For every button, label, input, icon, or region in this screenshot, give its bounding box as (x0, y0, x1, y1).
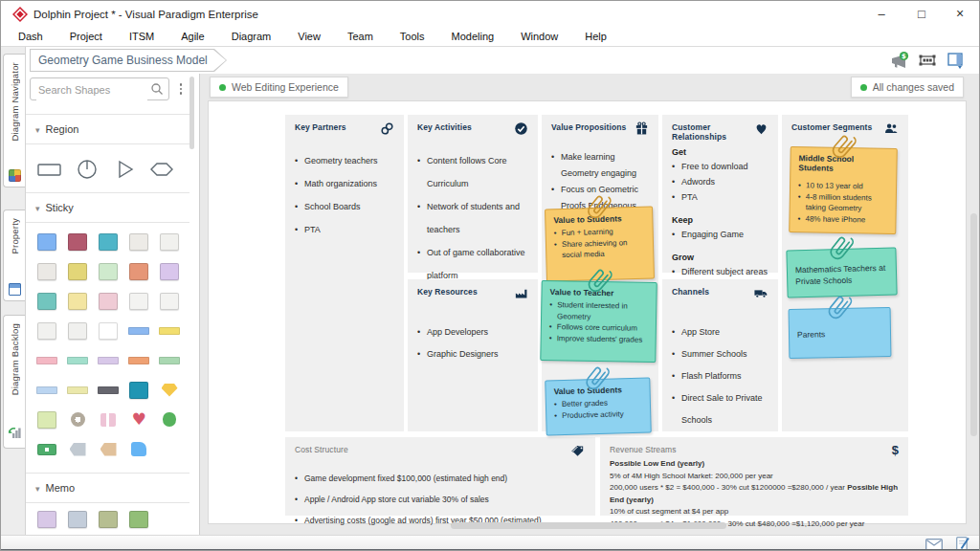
palette-section-memo[interactable]: Memo (26, 473, 189, 503)
diagram-tab[interactable]: Geometry Game Business Model (30, 49, 227, 72)
section-cost-structure[interactable]: Cost Structure •Game development fixed $… (285, 437, 595, 516)
visual-paradigm-logo-icon (12, 7, 28, 22)
cash-green-tool[interactable] (32, 434, 62, 464)
horizontal-scrollbar[interactable] (451, 522, 726, 529)
menu-window[interactable]: Window (507, 28, 571, 46)
sticky-note-value-to-students-2[interactable]: Value to Students •Better grades•Product… (545, 378, 651, 436)
close-button[interactable]: × (943, 1, 977, 28)
fit-frame-icon[interactable] (917, 50, 938, 71)
memo-green-tool[interactable] (123, 504, 154, 534)
sticky-skew-gray-tool[interactable] (62, 316, 93, 345)
tape-lavender-tool[interactable] (93, 345, 123, 375)
sticky-lavender-header-tool[interactable] (154, 256, 185, 286)
diagram-canvas[interactable]: Web Editing Experience All changes saved… (200, 74, 980, 535)
sticky-white-tool[interactable] (93, 316, 123, 345)
banner-blue-tool[interactable] (123, 316, 154, 345)
tape-orange-tool[interactable] (123, 345, 154, 375)
rectangle-shape-tool[interactable] (35, 156, 64, 183)
sticky-pink-pinned-icon (99, 293, 118, 310)
memo-olive-tool[interactable] (93, 504, 123, 534)
tape-teal-tool[interactable] (62, 345, 93, 375)
tape-pink-tool[interactable] (32, 345, 62, 375)
sticky-pink-pinned-tool[interactable] (93, 286, 123, 316)
sticky-blue-icon (37, 233, 56, 251)
palette-section-sticky[interactable]: Sticky (26, 192, 189, 223)
sticky-mint-icon (99, 263, 118, 280)
sticky-note-parents[interactable]: Parents (789, 307, 892, 359)
business-model-canvas-page[interactable]: Key Partners •Geometry teachers•Math org… (208, 100, 967, 524)
sticky-note-middle-school-students[interactable]: Middle School Students •10 to 13 year ol… (789, 146, 898, 234)
menu-dash[interactable]: Dash (5, 28, 56, 46)
section-key-resources[interactable]: Key Resources •App Developers•Graphic De… (408, 279, 538, 431)
tag-tan-tool[interactable] (93, 434, 123, 464)
menu-itsm[interactable]: ITSM (116, 28, 167, 46)
menu-team[interactable]: Team (334, 28, 387, 46)
menu-view[interactable]: View (284, 28, 334, 46)
section-channels[interactable]: Channels •App Store•Summer Schools•Flash… (662, 279, 778, 431)
tape-light-blue-tool[interactable] (32, 375, 62, 405)
menu-tools[interactable]: Tools (387, 28, 438, 46)
gift-pink-tool[interactable] (93, 405, 123, 434)
gear-taupe-tool[interactable] (62, 405, 93, 434)
tape-green-tool[interactable] (154, 345, 185, 375)
menu-help[interactable]: Help (571, 28, 620, 46)
sticky-gray-tool[interactable] (123, 227, 154, 256)
heart-red-tool[interactable]: ♥ (123, 405, 154, 434)
tape-yellow-tool[interactable] (62, 375, 93, 405)
sticky-pinned-gray-tool[interactable] (32, 256, 62, 286)
sticky-yellow-grid-tool[interactable] (62, 256, 93, 286)
sticky-salmon-tool[interactable] (123, 256, 154, 286)
bullet-item: •School Boards (295, 195, 394, 218)
tab-diagram-navigator[interactable]: Diagram Navigator (3, 54, 25, 187)
thumbs-up-blue-tool[interactable] (123, 434, 154, 464)
gem-yellow-tool[interactable] (154, 375, 185, 405)
search-shapes-input[interactable] (36, 79, 147, 100)
sticky-burgundy-tool[interactable] (62, 227, 93, 256)
menu-diagram[interactable]: Diagram (218, 28, 285, 46)
sticky-pale-yellow-tool[interactable] (62, 286, 93, 316)
tab-diagram-backlog[interactable]: Diagram Backlog (3, 315, 25, 449)
menu-agile[interactable]: Agile (167, 28, 217, 46)
sticky-teal-tool[interactable] (93, 227, 123, 256)
sticky-teal-tilted-tool[interactable] (32, 286, 62, 316)
bullet-item: •App Developers (417, 321, 528, 343)
vertical-scrollbar[interactable] (970, 213, 977, 436)
sticky-gray-folded-tool[interactable] (154, 227, 185, 256)
heptagon-shape-tool[interactable] (147, 156, 176, 183)
section-key-partners[interactable]: Key Partners •Geometry teachers•Math org… (285, 115, 404, 431)
gauge-shape-tool[interactable] (73, 156, 101, 183)
layout-panel-icon[interactable] (945, 50, 966, 71)
banner-yellow-tool[interactable] (154, 316, 185, 345)
maximize-button[interactable]: □ (904, 1, 939, 28)
sticky-blue-tool[interactable] (32, 227, 62, 256)
moneybag-green-tool[interactable] (154, 405, 185, 434)
sticky-mint-tool[interactable] (93, 256, 123, 286)
share-feedback-icon[interactable]: $ (889, 50, 910, 71)
section-customer-relationships[interactable]: Customer Relationships Get•Free to downl… (662, 115, 778, 273)
sidebar-scrollbar[interactable] (189, 77, 194, 149)
changes-saved-badge: All changes saved (851, 77, 964, 98)
section-key-activities[interactable]: Key Activities •Content follows Core Cur… (408, 115, 538, 273)
menu-project[interactable]: Project (56, 28, 116, 46)
menu-modeling[interactable]: Modeling (438, 28, 508, 46)
tags-icon (571, 444, 586, 462)
sticky-note-value-to-teacher[interactable]: Value to Teacher •Student interested in … (540, 280, 657, 363)
sticky-flag-gray-tool[interactable] (32, 316, 62, 345)
tape-orange-icon (128, 357, 149, 364)
memo-lavender-tool[interactable] (32, 504, 62, 534)
palette-menu-icon[interactable] (175, 79, 187, 99)
block-teal-tool[interactable] (123, 375, 154, 405)
diagram-backlog-icon (8, 426, 21, 443)
note-light-green-tool[interactable] (32, 405, 62, 434)
palette-section-region[interactable]: Region (26, 114, 189, 144)
section-revenue-streams[interactable]: Revenue Streams $ Possible Low End (year… (600, 437, 908, 516)
sticky-ghost-2-tool[interactable] (154, 286, 185, 316)
triangle-shape-tool[interactable] (110, 156, 139, 183)
tape-dark-tool[interactable] (93, 375, 123, 405)
memo-blue-gray-tool[interactable] (62, 504, 93, 534)
tab-property[interactable]: Property (3, 209, 25, 301)
tag-gray-tool[interactable] (62, 434, 93, 464)
minimize-button[interactable]: – (864, 1, 899, 28)
search-shapes-box[interactable] (30, 77, 169, 100)
sticky-ghost-1-tool[interactable] (123, 286, 154, 316)
